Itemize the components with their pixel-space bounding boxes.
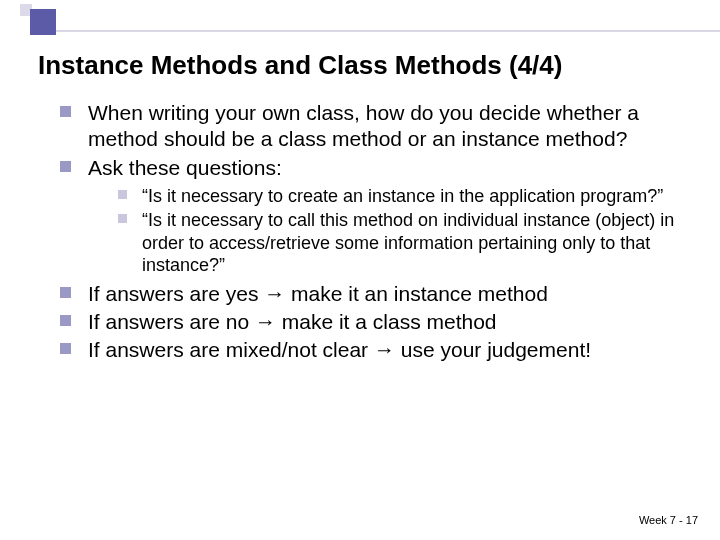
bullet-item: If answers are no → make it a class meth… bbox=[60, 309, 680, 335]
sub-bullet-item: “Is it necessary to create an instance i… bbox=[118, 185, 680, 208]
slide-footer: Week 7 - 17 bbox=[639, 514, 698, 526]
deco-line bbox=[56, 30, 720, 32]
slide-title: Instance Methods and Class Methods (4/4) bbox=[38, 50, 700, 81]
slide-content: When writing your own class, how do you … bbox=[60, 100, 680, 366]
bullet-text: Ask these questions: bbox=[88, 156, 282, 179]
deco-big-square bbox=[30, 9, 56, 35]
bullet-item: When writing your own class, how do you … bbox=[60, 100, 680, 153]
bullet-item: If answers are yes → make it an instance… bbox=[60, 281, 680, 307]
sub-bullet-item: “Is it necessary to call this method on … bbox=[118, 209, 680, 277]
bullet-item: If answers are mixed/not clear → use you… bbox=[60, 337, 680, 363]
bullet-item: Ask these questions: “Is it necessary to… bbox=[60, 155, 680, 277]
